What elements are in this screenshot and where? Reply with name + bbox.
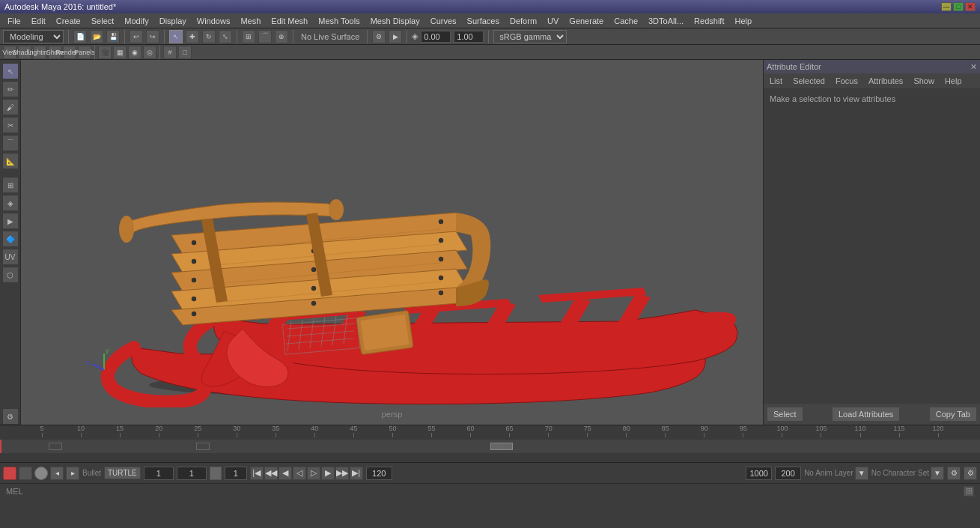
snap-point-btn[interactable]: ⊕ [275,30,288,43]
char-set-btn[interactable]: ▼ [931,467,944,480]
ae-tab-list[interactable]: List [767,75,785,87]
select-mode-btn[interactable]: ↖ [2,63,19,79]
camera-btn[interactable]: 🎥 [98,46,112,59]
render-settings-btn[interactable]: ⚙ [372,30,386,43]
settings-gear-btn[interactable]: ⚙ [947,467,961,480]
menu-create[interactable]: Create [52,15,85,27]
ae-tab-attributes[interactable]: Attributes [865,75,906,87]
prev-frame-btn[interactable]: ◀ [279,467,292,480]
menu-cache[interactable]: Cache [609,15,642,27]
next-key-btn[interactable]: ▶▶ [335,467,349,480]
layout-btn[interactable]: ⊞ [2,177,19,193]
menu-select[interactable]: Select [87,15,119,27]
ae-tab-help[interactable]: Help [942,75,965,87]
range-end-1000[interactable] [746,467,772,480]
settings-gear2-btn[interactable]: ⚙ [964,467,977,480]
range-end-200[interactable] [775,467,801,480]
menu-modify[interactable]: Modify [120,15,153,27]
menu-edit[interactable]: Edit [27,15,50,27]
prev-key-btn[interactable]: ◀◀ [264,467,278,480]
menu-surfaces[interactable]: Surfaces [463,15,504,27]
go-end-btn[interactable]: ▶| [350,467,363,480]
frame-end-input[interactable] [366,467,392,480]
menu-generate[interactable]: Generate [564,15,608,27]
menu-uv[interactable]: UV [543,15,563,27]
snap-curve-btn[interactable]: ⌒ [258,30,272,43]
frame-input-1[interactable] [144,467,174,480]
isolate-btn[interactable]: □ [178,46,192,59]
save-scene-btn[interactable]: 💾 [106,30,120,43]
menu-windows[interactable]: Windows [192,15,235,27]
viewport[interactable]: x y z persp [21,60,763,425]
menu-display[interactable]: Display [155,15,191,27]
undo-btn[interactable]: ↩ [130,30,143,43]
menu-help[interactable]: Help [730,15,756,27]
ae-tab-show[interactable]: Show [910,75,937,87]
frame-input-2[interactable] [177,467,207,480]
anim-arrow-left[interactable]: ◂ [50,467,64,480]
go-start-btn[interactable]: |◀ [250,467,264,480]
rotate-tool-btn[interactable]: ↻ [202,30,216,43]
minimize-button[interactable]: — [941,2,952,11]
timeline-ruler[interactable]: 5 10 15 20 25 30 35 40 45 50 55 60 65 70… [0,425,980,439]
load-attributes-btn[interactable]: Load Attributes [832,407,900,422]
render-view-btn[interactable]: ▶ [2,213,19,229]
node-editor-btn[interactable]: ⬡ [2,267,19,283]
select-btn[interactable]: Select [767,407,803,422]
coord-y-input[interactable] [454,31,484,43]
lighting-tab[interactable]: Lighting [33,46,46,59]
play-forward-btn[interactable]: ▷ [307,467,320,480]
attribute-editor-panel: Attribute Editor ✕ List Selected Focus A… [763,60,980,425]
menu-3dtoall[interactable]: 3DToAll... [644,15,688,27]
paint-btn[interactable]: ✏ [2,81,19,97]
menu-curves[interactable]: Curves [426,15,461,27]
mode-select[interactable]: Modeling Rigging Animation FX Rendering [3,30,64,43]
next-frame-btn[interactable]: ▶ [321,467,335,480]
curve-btn[interactable]: ⌒ [2,135,19,151]
anim-arrow-right[interactable]: ▸ [66,467,79,480]
attr-editor-close-btn[interactable]: ✕ [970,62,977,72]
menu-redshift[interactable]: Redshift [690,15,728,27]
redo-btn[interactable]: ↪ [146,30,159,43]
menu-file[interactable]: File [3,15,25,27]
menu-mesh[interactable]: Mesh [236,15,265,27]
range-start-input[interactable] [225,467,247,480]
ae-tab-focus[interactable]: Focus [833,75,861,87]
open-scene-btn[interactable]: 📂 [90,30,103,43]
menu-deform[interactable]: Deform [505,15,541,27]
timeline-track[interactable] [0,440,980,453]
grid-btn[interactable]: # [163,46,177,59]
snap-grid-btn[interactable]: ⊞ [242,30,255,43]
coord-x-input[interactable] [421,31,451,43]
turtle-label[interactable]: TURTLE [104,467,141,479]
panels-tab[interactable]: Panels [78,46,91,59]
playhead[interactable] [0,440,1,453]
xray-btn[interactable]: ◎ [143,46,156,59]
copy-tab-btn[interactable]: Copy Tab [929,407,977,422]
color-space-select[interactable]: sRGB gamma Linear [493,30,567,43]
play-back-btn[interactable]: ◁ [293,467,306,480]
move-tool-btn[interactable]: ✚ [186,30,199,43]
maximize-button[interactable]: □ [953,2,964,11]
select-tool-btn[interactable]: ↖ [169,30,183,43]
menu-mesh-tools[interactable]: Mesh Tools [314,15,364,27]
mel-settings-btn[interactable]: ⊞ [964,486,974,497]
wireframe-btn[interactable]: ▦ [113,46,127,59]
anim-layer-btn[interactable]: ▼ [855,467,868,480]
ae-tab-selected[interactable]: Selected [790,75,828,87]
display-btn[interactable]: ◈ [2,195,19,211]
menu-edit-mesh[interactable]: Edit Mesh [267,15,312,27]
hypershade-btn[interactable]: 🔷 [2,231,19,247]
measure-btn[interactable]: 📐 [2,153,19,169]
scale-tool-btn[interactable]: ⤡ [219,30,232,43]
knife-btn[interactable]: ✂ [2,117,19,133]
uv-editor-btn[interactable]: UV [2,249,19,265]
smooth-btn[interactable]: ◉ [128,46,141,59]
new-scene-btn[interactable]: 📄 [73,30,87,43]
sculpt-btn[interactable]: 🖌 [2,99,19,115]
render-btn[interactable]: ▶ [389,30,402,43]
toolbar-row: Modeling Rigging Animation FX Rendering … [0,28,980,45]
menu-mesh-display[interactable]: Mesh Display [366,15,424,27]
close-button[interactable]: ✕ [965,2,976,11]
settings-btn[interactable]: ⚙ [2,408,19,425]
